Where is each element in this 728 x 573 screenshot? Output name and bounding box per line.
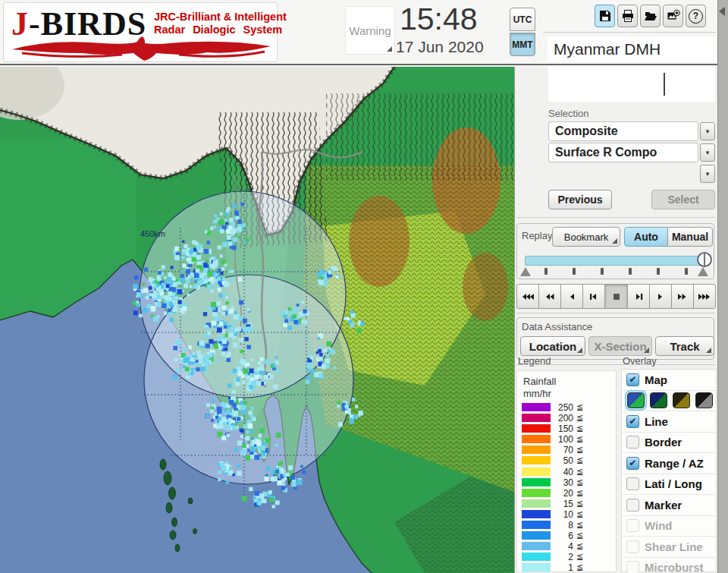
slider-tick xyxy=(544,268,548,275)
rewind-button[interactable] xyxy=(538,284,561,309)
auto-button[interactable]: Auto xyxy=(624,227,668,247)
auto-label: Auto xyxy=(634,231,658,243)
overlay-item-line[interactable]: ✔Line xyxy=(622,411,716,433)
text-cursor xyxy=(664,73,665,96)
forward-button[interactable] xyxy=(671,284,694,309)
range-start-marker[interactable] xyxy=(520,267,531,276)
panel-collapse-strip[interactable] xyxy=(717,0,728,573)
lte-symbol: ≦ xyxy=(576,402,583,412)
legend-value: 70 xyxy=(551,445,573,455)
capture-button[interactable] xyxy=(663,5,683,27)
legend-panel: Rainfall mm/hr 250≦200≦150≦100≦70≦50≦40≦… xyxy=(516,370,617,572)
save-button[interactable] xyxy=(595,5,615,27)
lte-symbol: ≦ xyxy=(576,434,583,444)
x-section-label: X-Section xyxy=(594,340,646,353)
app-logo: J-BIRDS JRC-Brilliant & Intelligent Rada… xyxy=(3,2,278,62)
overlay-item-label: Microburst xyxy=(645,561,704,573)
legend-entry: 8≦ xyxy=(517,520,616,530)
map-style-swatch[interactable] xyxy=(673,392,690,408)
stop-button[interactable] xyxy=(604,284,627,309)
overlay-item-microburst: Microburst xyxy=(622,558,716,573)
lte-symbol: ≦ xyxy=(576,509,583,519)
radar-map-canvas: 450km xyxy=(0,67,514,573)
data-assistance-label: Data Assistance xyxy=(522,321,592,332)
checkbox[interactable] xyxy=(626,477,639,490)
legend-entry: 40≦ xyxy=(517,467,616,477)
location-button[interactable]: Location xyxy=(520,336,585,356)
manual-button[interactable]: Manual xyxy=(667,227,713,247)
manual-label: Manual xyxy=(672,231,708,243)
mmt-button[interactable]: MMT xyxy=(510,33,535,56)
overlay-item-range-az[interactable]: ✔Range / AZ xyxy=(622,453,716,474)
checkbox[interactable] xyxy=(626,436,639,449)
overlay-item-label: Marker xyxy=(645,499,682,512)
replay-slider-track[interactable] xyxy=(525,256,705,266)
open-file-button[interactable] xyxy=(640,5,661,27)
legend-color-swatch xyxy=(522,435,551,443)
collapse-left-icon[interactable] xyxy=(719,7,725,16)
legend-color-swatch xyxy=(522,489,551,497)
logo-subtitle-2: Radar Dialogic System xyxy=(154,24,282,36)
legend-unit-1: Rainfall xyxy=(517,371,616,387)
play-button[interactable] xyxy=(649,284,672,309)
select-button[interactable]: Select xyxy=(651,190,715,209)
legend-entry: 50≦ xyxy=(517,455,616,466)
track-button[interactable]: Track xyxy=(655,336,714,356)
legend-value: 1 xyxy=(551,562,573,573)
overlay-item-border[interactable]: Border xyxy=(622,433,716,454)
forward-fast-button[interactable] xyxy=(693,284,716,309)
map-style-swatch[interactable] xyxy=(650,392,667,408)
legend-color-swatch xyxy=(522,531,551,540)
overlay-item-map[interactable]: ✔Map xyxy=(622,370,716,391)
help-icon: ? xyxy=(689,9,703,24)
map-style-row xyxy=(622,391,716,412)
extra-dropdown-button[interactable]: ▾ xyxy=(700,165,715,183)
previous-button[interactable]: Previous xyxy=(548,190,612,209)
map-style-swatch[interactable] xyxy=(695,392,713,408)
checkbox[interactable]: ✔ xyxy=(626,373,639,386)
legend-value: 250 xyxy=(551,402,573,413)
lte-symbol: ≦ xyxy=(576,445,583,455)
replay-slider-handle[interactable] xyxy=(696,251,713,268)
product-dropdown-button[interactable]: ▾ xyxy=(700,143,715,162)
lte-symbol: ≦ xyxy=(576,467,583,477)
step-back-button[interactable] xyxy=(582,284,605,309)
extra-dropdown[interactable] xyxy=(548,164,698,184)
checkbox xyxy=(626,561,639,573)
composite-dropdown[interactable]: Composite xyxy=(548,121,698,141)
overlay-item-shear-line: Shear Line xyxy=(622,537,716,558)
rewind-fast-button[interactable] xyxy=(516,284,539,309)
utc-button[interactable]: UTC xyxy=(510,8,535,31)
stop-icon xyxy=(610,293,623,301)
range-label: 450km xyxy=(140,229,165,238)
map-style-swatch-selected[interactable] xyxy=(627,392,645,408)
bookmark-button[interactable]: Bookmark xyxy=(552,227,620,247)
step-forward-button[interactable] xyxy=(627,284,650,309)
slider-tick xyxy=(657,268,660,275)
legend-value: 40 xyxy=(551,467,573,477)
overlay-item-lati-long[interactable]: Lati / Long xyxy=(622,474,716,496)
help-button[interactable]: ? xyxy=(686,5,706,27)
legend-value: 50 xyxy=(551,455,573,466)
composite-dropdown-button[interactable]: ▾ xyxy=(700,122,715,140)
legend-color-swatch xyxy=(522,468,551,476)
warning-button[interactable]: Warning xyxy=(345,6,395,55)
checkbox[interactable]: ✔ xyxy=(626,415,639,428)
print-button[interactable] xyxy=(617,5,638,27)
product-dropdown[interactable]: Surface R Compo xyxy=(548,143,698,162)
legend-color-swatch xyxy=(522,563,551,571)
x-section-button[interactable]: X-Section xyxy=(588,336,652,356)
legend-color-swatch xyxy=(522,414,551,422)
overlay-item-marker[interactable]: Marker xyxy=(622,495,716,516)
step-forward-icon xyxy=(632,293,645,301)
capture-image-icon xyxy=(667,9,680,23)
checkbox[interactable]: ✔ xyxy=(626,457,639,470)
mmt-label: MMT xyxy=(512,39,532,50)
checkbox[interactable] xyxy=(626,499,639,512)
command-input[interactable] xyxy=(548,67,715,102)
range-end-marker[interactable] xyxy=(698,267,708,276)
chevron-down-icon: ▾ xyxy=(706,128,710,135)
legend-color-swatch xyxy=(522,424,551,433)
play-reverse-button[interactable] xyxy=(560,284,583,309)
radar-map[interactable]: 450km xyxy=(0,67,514,573)
